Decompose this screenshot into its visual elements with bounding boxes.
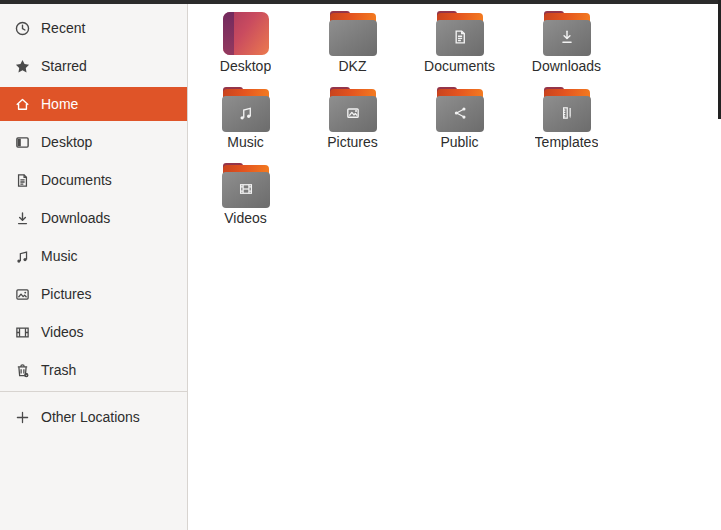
file-item-downloads[interactable]: Downloads (513, 10, 620, 86)
file-item-public[interactable]: Public (406, 86, 513, 162)
picture-emblem-icon (344, 104, 362, 122)
document-emblem-icon (451, 28, 469, 46)
film-icon (14, 324, 31, 341)
sidebar-item-label: Trash (41, 362, 76, 378)
folder-icon (222, 87, 270, 132)
file-label: Downloads (532, 58, 601, 74)
sidebar-item-label: Starred (41, 58, 87, 74)
folder-icon (436, 11, 484, 56)
folder-icon (329, 87, 377, 132)
music-note-icon (14, 248, 31, 265)
file-label: Desktop (220, 58, 271, 74)
sidebar-item-other-locations[interactable]: Other Locations (0, 400, 187, 434)
file-item-videos[interactable]: Videos (192, 162, 299, 238)
files-window: Recent Starred Home Desktop Documents (0, 0, 721, 530)
file-item-dkz[interactable]: DKZ (299, 10, 406, 86)
star-icon (14, 58, 31, 75)
download-emblem-icon (558, 28, 576, 46)
files-grid: Desktop DKZ Documents (189, 4, 718, 238)
sidebar-item-label: Other Locations (41, 409, 140, 425)
file-label: DKZ (339, 58, 367, 74)
desktop-pane-icon (14, 134, 31, 151)
sidebar-item-label: Pictures (41, 286, 92, 302)
document-icon (14, 172, 31, 189)
sidebar-item-label: Videos (41, 324, 84, 340)
sidebar-item-recent[interactable]: Recent (0, 11, 187, 45)
sidebar-item-label: Desktop (41, 134, 92, 150)
sidebar-item-label: Recent (41, 20, 85, 36)
sidebar-item-label: Downloads (41, 210, 110, 226)
sidebar-item-desktop[interactable]: Desktop (0, 125, 187, 159)
folder-icon (543, 11, 591, 56)
file-label: Music (227, 134, 264, 150)
folder-icon (222, 163, 270, 208)
folder-icon (543, 87, 591, 132)
video-emblem-icon (237, 180, 255, 198)
plus-icon (14, 409, 31, 426)
sidebar-item-label: Documents (41, 172, 112, 188)
sidebar-item-documents[interactable]: Documents (0, 163, 187, 197)
file-item-music[interactable]: Music (192, 86, 299, 162)
folder-icon (436, 87, 484, 132)
sidebar-item-downloads[interactable]: Downloads (0, 201, 187, 235)
file-label: Videos (224, 210, 267, 226)
trash-icon (14, 362, 31, 379)
desktop-special-icon (222, 11, 270, 56)
sidebar-item-label: Music (41, 248, 78, 264)
file-label: Pictures (327, 134, 378, 150)
file-label: Documents (424, 58, 495, 74)
picture-icon (14, 286, 31, 303)
sidebar-item-starred[interactable]: Starred (0, 49, 187, 83)
file-item-desktop[interactable]: Desktop (192, 10, 299, 86)
download-icon (14, 210, 31, 227)
music-emblem-icon (237, 104, 255, 122)
sidebar-item-videos[interactable]: Videos (0, 315, 187, 349)
sidebar-item-pictures[interactable]: Pictures (0, 277, 187, 311)
templates-emblem-icon (558, 104, 576, 122)
files-view: Desktop DKZ Documents (189, 4, 718, 530)
sidebar-separator (0, 391, 187, 392)
share-emblem-icon (451, 104, 469, 122)
folder-icon (329, 11, 377, 56)
file-label: Public (440, 134, 478, 150)
sidebar-item-trash[interactable]: Trash (0, 353, 187, 387)
file-item-templates[interactable]: Templates (513, 86, 620, 162)
home-icon (14, 96, 31, 113)
sidebar-item-home[interactable]: Home (0, 87, 187, 121)
sidebar-item-music[interactable]: Music (0, 239, 187, 273)
file-item-pictures[interactable]: Pictures (299, 86, 406, 162)
sidebar: Recent Starred Home Desktop Documents (0, 4, 188, 530)
sidebar-item-label: Home (41, 96, 78, 112)
file-item-documents[interactable]: Documents (406, 10, 513, 86)
file-label: Templates (535, 134, 599, 150)
clock-icon (14, 20, 31, 37)
